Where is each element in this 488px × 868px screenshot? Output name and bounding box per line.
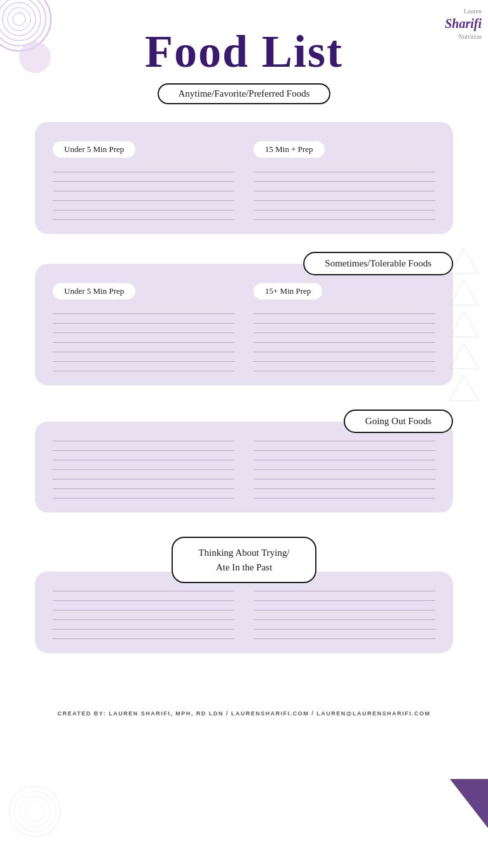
line bbox=[53, 371, 234, 371]
svg-point-15 bbox=[25, 801, 45, 822]
line bbox=[53, 629, 234, 630]
line bbox=[254, 619, 435, 620]
logo-line1: Lauren bbox=[464, 8, 482, 15]
line bbox=[53, 333, 234, 333]
sometimes-15plus-label: 15+ Min Prep bbox=[254, 283, 322, 300]
line bbox=[53, 600, 234, 601]
line bbox=[53, 469, 234, 470]
logo-brand: Sharifi bbox=[445, 15, 482, 32]
anytime-right-lines bbox=[254, 172, 435, 220]
line bbox=[53, 323, 234, 324]
sometimes-left-col: Under 5 Min Prep bbox=[53, 283, 234, 371]
line bbox=[53, 610, 234, 610]
line bbox=[254, 591, 435, 591]
svg-marker-9 bbox=[450, 312, 478, 337]
line bbox=[254, 469, 435, 470]
line bbox=[254, 352, 435, 352]
bottom-right-decoration bbox=[450, 779, 488, 830]
line bbox=[53, 342, 234, 343]
thinking-lines-row bbox=[53, 591, 435, 639]
sometimes-right-col: 15+ Min Prep bbox=[254, 283, 435, 371]
svg-point-2 bbox=[0, 0, 41, 41]
sometimes-section: Sometimes/Tolerable Foods Under 5 Min Pr… bbox=[35, 252, 453, 385]
svg-point-1 bbox=[0, 0, 46, 46]
thinking-box bbox=[35, 572, 453, 653]
line bbox=[53, 488, 234, 489]
line bbox=[254, 200, 435, 201]
line bbox=[254, 371, 435, 371]
thinking-right-lines bbox=[254, 591, 435, 639]
svg-point-6 bbox=[19, 41, 51, 73]
line bbox=[53, 638, 234, 639]
line bbox=[254, 333, 435, 333]
line bbox=[254, 172, 435, 172]
going-out-box bbox=[35, 422, 453, 513]
svg-point-12 bbox=[10, 786, 60, 837]
svg-marker-10 bbox=[450, 343, 478, 369]
thinking-section: Thinking About Trying/ Ate In the Past bbox=[35, 537, 453, 653]
anytime-section: Under 5 Min Prep 15 Min + Prep bbox=[35, 122, 453, 234]
going-out-section: Going Out Foods bbox=[35, 410, 453, 513]
line bbox=[53, 172, 234, 172]
thinking-header-pill: Thinking About Trying/ Ate In the Past bbox=[172, 537, 316, 583]
line bbox=[254, 181, 435, 182]
anytime-under5-label: Under 5 Min Prep bbox=[53, 141, 135, 158]
line bbox=[53, 619, 234, 620]
line bbox=[53, 219, 234, 220]
line bbox=[254, 342, 435, 343]
going-out-right-lines bbox=[254, 441, 435, 499]
line bbox=[254, 629, 435, 630]
svg-marker-11 bbox=[450, 375, 478, 401]
line bbox=[254, 313, 435, 314]
thinking-header-line1: Thinking About Trying/ bbox=[198, 548, 289, 558]
line bbox=[254, 441, 435, 441]
line bbox=[53, 361, 234, 362]
sometimes-left-lines bbox=[53, 313, 234, 371]
svg-marker-8 bbox=[450, 280, 478, 305]
sometimes-under5-label: Under 5 Min Prep bbox=[53, 283, 135, 300]
sometimes-right-lines bbox=[254, 313, 435, 371]
going-out-lines-row bbox=[53, 441, 435, 499]
line bbox=[53, 460, 234, 460]
footer: Created by: Lauren Sharifi, MPH, RD LDN … bbox=[0, 698, 488, 726]
svg-point-13 bbox=[15, 791, 55, 832]
anytime-15min-label: 15 Min + Prep bbox=[254, 141, 325, 158]
sometimes-header-pill: Sometimes/Tolerable Foods bbox=[303, 252, 453, 275]
line bbox=[254, 610, 435, 610]
line bbox=[53, 200, 234, 201]
line bbox=[254, 450, 435, 451]
anytime-box: Under 5 Min Prep 15 Min + Prep bbox=[35, 122, 453, 234]
line bbox=[53, 210, 234, 210]
line bbox=[254, 479, 435, 479]
line bbox=[53, 191, 234, 191]
line bbox=[53, 313, 234, 314]
sometimes-box: Under 5 Min Prep 15+ Min Prep bbox=[35, 264, 453, 385]
line bbox=[254, 323, 435, 324]
svg-point-5 bbox=[13, 13, 25, 25]
line bbox=[254, 191, 435, 191]
line bbox=[254, 498, 435, 499]
top-left-decoration bbox=[0, 0, 76, 76]
going-out-left-lines bbox=[53, 441, 234, 499]
line bbox=[254, 361, 435, 362]
thinking-left-lines bbox=[53, 591, 234, 639]
thinking-header-line2: Ate In the Past bbox=[216, 562, 273, 572]
anytime-right-col: 15 Min + Prep bbox=[254, 141, 435, 220]
line bbox=[254, 638, 435, 639]
line bbox=[53, 181, 234, 182]
anytime-left-col: Under 5 Min Prep bbox=[53, 141, 234, 220]
going-out-header-pill: Going Out Foods bbox=[344, 410, 453, 433]
line bbox=[254, 460, 435, 460]
svg-marker-16 bbox=[450, 779, 488, 836]
anytime-left-lines bbox=[53, 172, 234, 220]
logo: Lauren Sharifi Nutrition bbox=[445, 6, 482, 41]
line bbox=[53, 591, 234, 591]
line bbox=[53, 450, 234, 451]
line bbox=[254, 600, 435, 601]
subtitle-pill: Anytime/Favorite/Preferred Foods bbox=[158, 83, 330, 104]
footer-text: Created by: Lauren Sharifi, MPH, RD LDN … bbox=[58, 710, 431, 717]
line bbox=[254, 210, 435, 210]
svg-point-4 bbox=[8, 8, 30, 31]
line bbox=[53, 441, 234, 441]
line bbox=[53, 479, 234, 479]
